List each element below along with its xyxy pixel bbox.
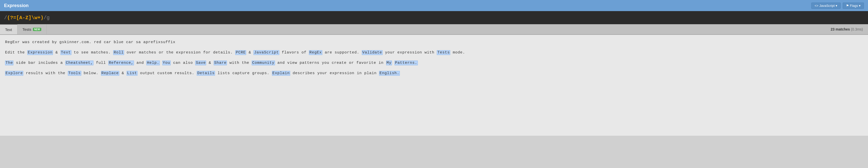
expression-bar[interactable]: / (?=[A-Z]\w+) /g [0,11,868,24]
matches-info: 23 matches (0.3ms) [831,24,868,34]
text-word: RegExr was created by gskinner.com. red … [5,40,176,44]
match-community: Community [252,60,275,65]
match-validate: Validate [362,50,382,55]
matches-time: (0.3ms) [851,27,863,31]
expression-input[interactable]: (?=[A-Z]\w+) [7,15,43,21]
match-tools: Tools [68,71,81,76]
tab-tests-badge: NEW [33,28,41,31]
match-list: List [127,71,137,76]
text-line-3: The side bar includes a Cheatsheet, full… [5,59,863,66]
header-controls: <> JavaScript ▾ ⚑ Flags ▾ [811,3,864,9]
match-save: Save [195,60,206,65]
flags-button[interactable]: ⚑ Flags ▾ [843,3,864,9]
match-the: The [5,60,13,65]
match-roll: Roll [113,50,124,55]
javascript-button[interactable]: <> JavaScript ▾ [811,3,841,9]
match-javascript: JavaScript [253,50,279,55]
match-cheatsheet: Cheatsheet, [65,60,93,65]
tab-text-label: Text [5,28,12,32]
app-title: Expression [4,3,29,8]
match-tests: Tests [437,50,450,55]
tab-tests-label: Tests [23,27,31,32]
match-english: English. [379,71,400,76]
match-pcre: PCRE [235,50,246,55]
expression-suffix: /g [43,15,50,21]
text-line-2: Edit the Expression & Text to see matche… [5,49,863,56]
tab-tests[interactable]: Tests NEW [18,24,46,34]
tab-text[interactable]: Text [0,24,18,34]
match-reference: Reference, [108,60,134,65]
text-area[interactable]: RegExr was created by gskinner.com. red … [0,35,868,136]
match-details: Details [197,71,215,76]
match-help: Help. [146,60,160,65]
match-expression: Expression [27,50,53,55]
match-my: My [386,60,392,65]
text-line-1: RegExr was created by gskinner.com. red … [5,39,863,46]
text-line-4: Explore results with the Tools below. Re… [5,70,863,77]
match-explain: Explain [272,71,290,76]
match-you: You [162,60,170,65]
matches-count: 23 matches [831,27,850,31]
match-patterns: Patterns. [395,60,418,65]
tabs-bar: Text Tests NEW 23 matches (0.3ms) [0,24,868,35]
match-replace: Replace [101,71,119,76]
match-text: Text [61,50,71,55]
header-bar: Expression <> JavaScript ▾ ⚑ Flags ▾ [0,0,868,11]
match-regex: RegEx [309,50,322,55]
match-share: Share [214,60,227,65]
expression-prefix: / [4,15,7,21]
match-explore: Explore [5,71,23,76]
